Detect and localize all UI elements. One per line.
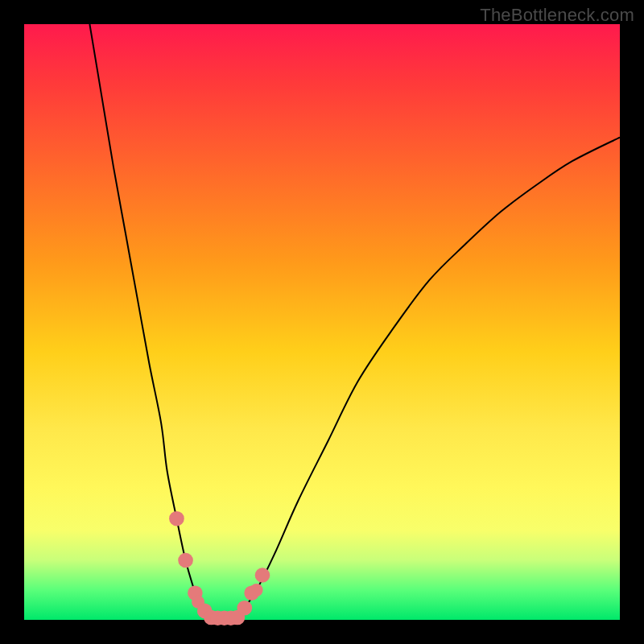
plot-area [24,24,620,620]
marker-dot [250,584,263,597]
stage: TheBottleneck.com [0,0,644,644]
curve-right [237,138,620,617]
curve-left [89,24,211,617]
watermark-text: TheBottleneck.com [480,5,634,26]
marker-dots [169,511,270,625]
marker-dot [178,553,193,568]
marker-dot [169,511,184,526]
chart-svg [24,24,620,620]
curve-left-path [89,24,211,617]
marker-dot [255,568,270,583]
curve-right-path [237,138,620,617]
marker-dot [237,601,252,616]
